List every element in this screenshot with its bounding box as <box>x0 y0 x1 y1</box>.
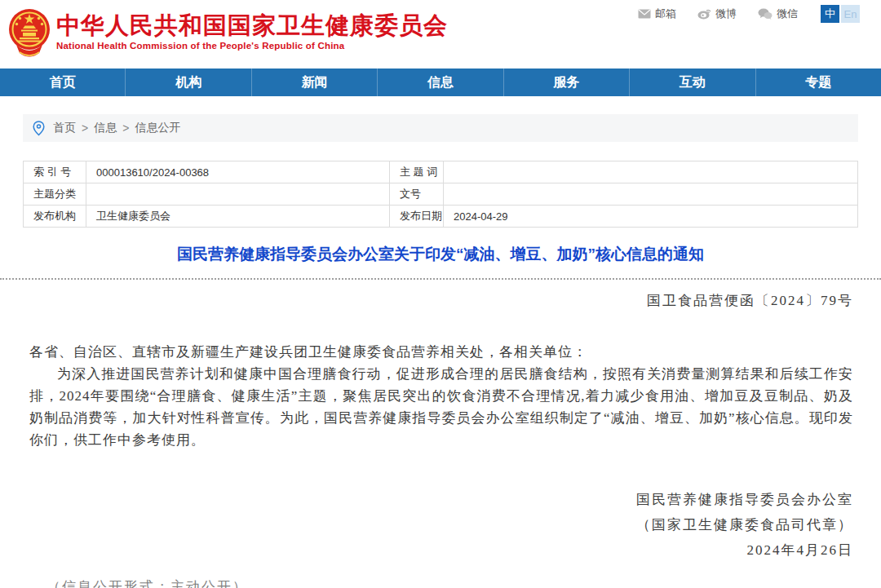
signature-date: 2024年4月26日 <box>0 537 853 563</box>
mail-link[interactable]: 邮箱 <box>638 7 676 21</box>
lang-zh-button[interactable]: 中 <box>821 5 839 23</box>
wechat-icon <box>758 8 773 20</box>
nav-item-news[interactable]: 新闻 <box>252 69 378 96</box>
meta-value-issuer: 卫生健康委员会 <box>86 206 390 228</box>
article: 国民营养健康指导委员会办公室关于印发“减油、增豆、加奶”核心信息的通知 国卫食品… <box>0 244 881 588</box>
lang-en-button[interactable]: En <box>841 5 860 23</box>
mail-label: 邮箱 <box>655 7 676 21</box>
meta-label-issuer: 发布机构 <box>24 206 86 228</box>
signature-office: 国民营养健康指导委员会办公室 <box>0 487 853 512</box>
breadcrumb-home[interactable]: 首页 <box>53 121 76 135</box>
nav-item-service[interactable]: 服务 <box>504 69 630 96</box>
dotted-divider <box>0 278 881 280</box>
table-row: 主题分类 文号 <box>24 183 858 206</box>
meta-label-pubdate: 发布日期 <box>390 206 444 228</box>
table-row: 发布机构 卫生健康委员会 发布日期 2024-04-29 <box>24 206 858 228</box>
main-nav: 首页 机构 新闻 信息 服务 互动 专题 <box>0 69 881 96</box>
weibo-icon <box>697 8 711 20</box>
meta-label-index: 索 引 号 <box>24 161 86 183</box>
breadcrumb-info-disclosure[interactable]: 信息公开 <box>135 121 180 135</box>
nav-item-org[interactable]: 机构 <box>126 69 251 96</box>
breadcrumb-info[interactable]: 信息 <box>94 121 117 135</box>
meta-value-index: 000013610/2024-00368 <box>86 161 390 183</box>
weibo-label: 微博 <box>715 7 737 21</box>
breadcrumb: 首页 > 信息 > 信息公开 <box>23 114 858 142</box>
meta-label-category: 主题分类 <box>24 183 86 206</box>
article-paragraph: 为深入推进国民营养计划和健康中国合理膳食行动，促进形成合理的居民膳食结构，按照有… <box>0 363 881 451</box>
meta-value-category <box>86 183 390 206</box>
site-title: 中华人民共和国国家卫生健康委员会 <box>56 12 448 38</box>
meta-value-keywords <box>444 161 858 183</box>
nav-item-topics[interactable]: 专题 <box>756 69 881 96</box>
meta-value-docnum <box>444 183 858 206</box>
breadcrumb-separator: > <box>82 122 88 135</box>
disclosure-note: （信息公开形式：主动公开） <box>0 576 881 588</box>
signature-seal-note: （国家卫生健康委食品司代章） <box>0 512 853 537</box>
wechat-label: 微信 <box>777 7 798 21</box>
meta-label-keywords: 主 题 词 <box>390 161 444 183</box>
official-doc-number: 国卫食品营便函〔2024〕79号 <box>0 290 881 312</box>
nav-item-info[interactable]: 信息 <box>378 69 503 96</box>
weibo-link[interactable]: 微博 <box>697 7 737 21</box>
site-header: 中华人民共和国国家卫生健康委员会 National Health Commiss… <box>0 0 881 69</box>
meta-label-docnum: 文号 <box>390 183 444 206</box>
topbar: 邮箱 微博 微信 中 En <box>638 5 860 23</box>
meta-value-pubdate: 2024-04-29 <box>444 206 858 228</box>
salutation: 各省、自治区、直辖市及新疆生产建设兵团卫生健康委食品营养相关处，各相关单位： <box>0 341 881 363</box>
article-title: 国民营养健康指导委员会办公室关于印发“减油、增豆、加奶”核心信息的通知 <box>0 244 881 265</box>
nav-item-home[interactable]: 首页 <box>0 69 126 96</box>
wechat-link[interactable]: 微信 <box>758 7 798 21</box>
table-row: 索 引 号 000013610/2024-00368 主 题 词 <box>24 161 858 183</box>
location-pin-icon <box>33 121 45 136</box>
language-switcher: 中 En <box>819 5 860 23</box>
document-meta-table: 索 引 号 000013610/2024-00368 主 题 词 主题分类 文号… <box>23 161 858 228</box>
signature-block: 国民营养健康指导委员会办公室 （国家卫生健康委食品司代章） 2024年4月26日 <box>0 487 881 563</box>
breadcrumb-separator: > <box>122 122 129 135</box>
national-emblem-icon <box>8 7 51 63</box>
nav-item-interact[interactable]: 互动 <box>630 69 755 96</box>
mail-icon <box>638 9 651 19</box>
site-subtitle: National Health Commission of the People… <box>56 41 448 51</box>
site-brand[interactable]: 中华人民共和国国家卫生健康委员会 National Health Commiss… <box>8 7 448 63</box>
